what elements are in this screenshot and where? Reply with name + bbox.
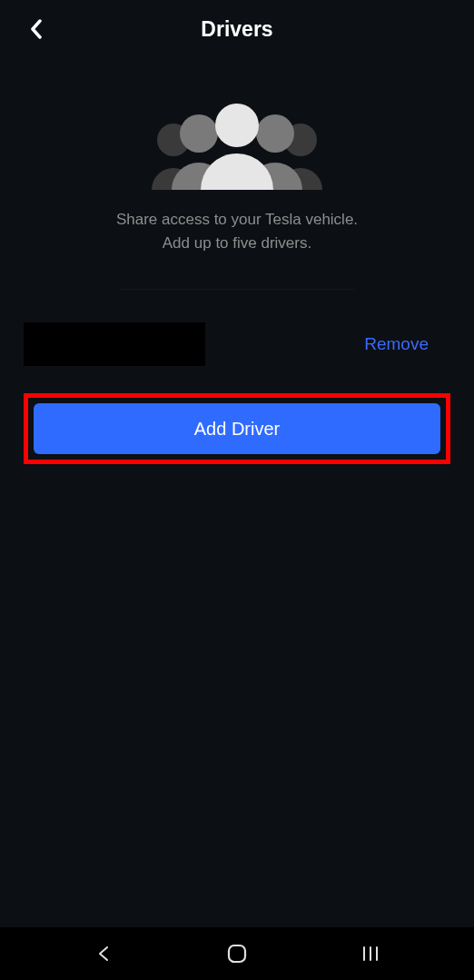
nav-recents-icon bbox=[360, 945, 380, 962]
nav-home-icon bbox=[226, 943, 248, 965]
hero-section: Share access to your Tesla vehicle. Add … bbox=[0, 104, 474, 254]
svg-point-4 bbox=[215, 104, 259, 147]
nav-recents-button[interactable] bbox=[356, 939, 385, 968]
back-button[interactable] bbox=[22, 15, 51, 44]
add-driver-label: Add Driver bbox=[194, 419, 280, 440]
system-nav-bar bbox=[0, 927, 474, 980]
nav-home-button[interactable] bbox=[222, 939, 252, 968]
driver-name-redacted bbox=[24, 322, 205, 366]
svg-point-3 bbox=[256, 114, 294, 153]
svg-rect-5 bbox=[229, 945, 245, 962]
hero-description: Share access to your Tesla vehicle. Add … bbox=[80, 208, 394, 254]
nav-back-button[interactable] bbox=[89, 939, 118, 968]
content-area: Share access to your Tesla vehicle. Add … bbox=[0, 104, 474, 464]
svg-point-2 bbox=[180, 114, 218, 153]
chevron-left-icon bbox=[29, 19, 44, 39]
app-header: Drivers bbox=[0, 0, 474, 58]
nav-back-icon bbox=[94, 945, 113, 963]
driver-list-item: Remove bbox=[0, 317, 474, 371]
remove-driver-link[interactable]: Remove bbox=[364, 334, 429, 354]
hero-line-1: Share access to your Tesla vehicle. bbox=[116, 211, 358, 228]
highlight-annotation: Add Driver bbox=[24, 393, 450, 464]
divider bbox=[119, 289, 355, 290]
people-group-icon bbox=[146, 104, 328, 190]
hero-line-2: Add up to five drivers. bbox=[163, 234, 311, 252]
page-title: Drivers bbox=[201, 17, 272, 42]
add-driver-button[interactable]: Add Driver bbox=[34, 403, 440, 454]
